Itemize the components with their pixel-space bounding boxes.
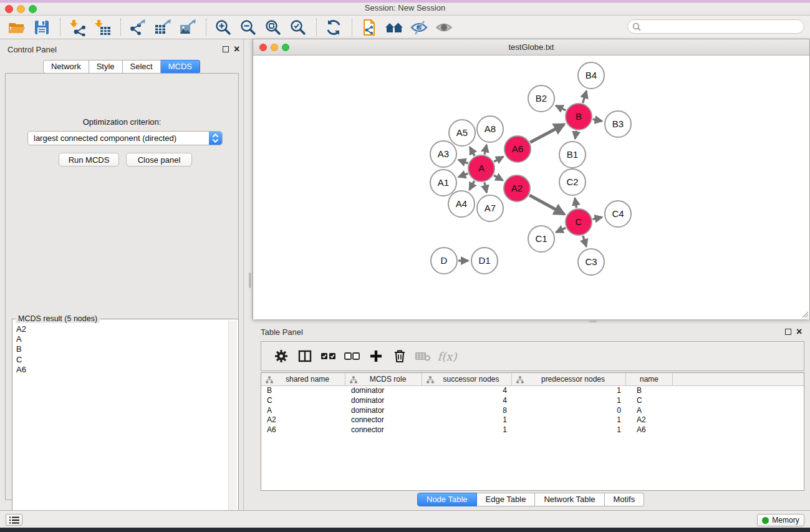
table-cell[interactable]: C <box>626 396 673 406</box>
table-row[interactable]: Cdominator41C <box>261 396 804 406</box>
refresh-button[interactable] <box>323 17 344 37</box>
graph-edge-A-A6[interactable] <box>494 157 503 162</box>
function-builder-button[interactable]: f(x) <box>436 346 458 367</box>
zoom-in-button[interactable] <box>213 17 234 37</box>
graph-edge-B-B2[interactable] <box>556 105 566 110</box>
table-cell[interactable]: 1 <box>512 415 626 425</box>
tab-style[interactable]: Style <box>89 60 123 74</box>
table-cell[interactable]: A <box>626 406 673 416</box>
graph-edge-B-B3[interactable] <box>593 119 602 121</box>
table-cell[interactable]: 1 <box>512 396 626 406</box>
tab-network[interactable]: Network <box>43 60 89 74</box>
mcds-result-item[interactable]: A2 <box>14 324 228 334</box>
graph-edge-B-B4[interactable] <box>583 91 587 103</box>
export-network-button[interactable] <box>127 17 148 37</box>
mcds-result-list[interactable]: A2ABCA6 <box>14 324 228 526</box>
close-panel-button[interactable]: Close panel <box>126 153 192 167</box>
table-cell[interactable]: dominator <box>345 386 422 396</box>
table-cell[interactable]: 4 <box>422 396 512 406</box>
graph-edge-C-C2[interactable] <box>575 198 576 208</box>
mcds-result-scrollbar[interactable] <box>228 321 237 526</box>
graph-edge-C-C1[interactable] <box>556 228 566 232</box>
graph-edge-A-A7[interactable] <box>485 182 487 192</box>
close-panel-icon[interactable]: × <box>234 46 239 53</box>
tab-edge-table[interactable]: Edge Table <box>477 493 536 506</box>
import-network-button[interactable] <box>67 17 88 37</box>
table-cell[interactable]: dominator <box>345 406 422 416</box>
table-cell[interactable]: B <box>626 386 673 396</box>
column-header-name[interactable]: name <box>626 373 673 385</box>
graph-edge-C-C4[interactable] <box>593 217 602 219</box>
resize-grip[interactable] <box>800 309 809 318</box>
search-input[interactable] <box>641 22 791 31</box>
graph-edge-A6-B[interactable] <box>530 124 564 142</box>
desktop-horizontal-scroll-thumb[interactable] <box>589 319 597 322</box>
graph-edge-A-A3[interactable] <box>458 160 468 163</box>
zoom-selected-button[interactable] <box>287 17 309 37</box>
table-cell[interactable]: 1 <box>512 425 626 435</box>
open-session-button[interactable] <box>6 17 27 37</box>
home-button[interactable] <box>383 17 405 37</box>
table-row[interactable]: A6connector11A6 <box>261 425 804 435</box>
create-column-button[interactable] <box>365 346 387 367</box>
table-cell[interactable]: 1 <box>512 386 626 396</box>
graph-edge-A2-C[interactable] <box>529 195 564 215</box>
table-cell[interactable]: A6 <box>261 425 345 435</box>
show-column-panel-button[interactable] <box>294 346 316 367</box>
select-all-columns-button[interactable] <box>317 346 340 367</box>
search-field[interactable] <box>627 19 804 34</box>
criterion-select[interactable]: largest connected component (directed) <box>27 131 223 145</box>
show-hidden-button[interactable] <box>433 17 455 37</box>
mcds-result-item[interactable]: A6 <box>14 365 228 375</box>
table-cell[interactable]: A6 <box>626 425 673 435</box>
graph-edge-A-A4[interactable] <box>470 181 475 190</box>
tab-mcds[interactable]: MCDS <box>161 60 200 74</box>
delete-table-button[interactable] <box>412 346 435 367</box>
column-header-MCDS-role[interactable]: MCDS role <box>345 373 422 385</box>
tab-node-table[interactable]: Node Table <box>417 493 477 506</box>
mcds-result-item[interactable]: B <box>14 344 228 354</box>
table-cell[interactable]: connector <box>345 415 422 425</box>
table-settings-button[interactable] <box>270 346 292 367</box>
graph-edge-B-B1[interactable] <box>575 131 576 139</box>
close-table-panel-icon[interactable]: × <box>796 328 802 336</box>
table-cell[interactable]: A2 <box>626 415 673 425</box>
table-cell[interactable]: A2 <box>261 415 345 425</box>
zoom-out-button[interactable] <box>238 17 259 37</box>
table-cell[interactable]: 0 <box>512 406 626 416</box>
table-cell[interactable]: 1 <box>422 415 512 425</box>
network-graph[interactable]: AA1A2A3A4A5A6A7A8BB1B2B3B4CC1C2C3C4DD1 <box>253 56 809 319</box>
float-panel-icon[interactable] <box>223 46 229 52</box>
graph-edge-A-A5[interactable] <box>470 147 475 156</box>
table-row[interactable]: A2connector11A2 <box>261 415 804 425</box>
delete-column-button[interactable] <box>388 346 411 367</box>
tab-select[interactable]: Select <box>123 60 161 74</box>
save-session-button[interactable] <box>31 17 52 37</box>
table-cell[interactable]: 4 <box>422 386 512 396</box>
export-table-button[interactable] <box>152 17 173 37</box>
network-window-titlebar[interactable]: testGlobe.txt <box>253 39 809 56</box>
table-row[interactable]: Adominator80A <box>261 406 804 416</box>
table-cell[interactable]: 1 <box>422 425 512 435</box>
mcds-result-item[interactable]: A <box>14 334 228 344</box>
hide-selected-button[interactable] <box>408 17 430 37</box>
table-cell[interactable]: B <box>261 386 345 396</box>
deselect-all-columns-button[interactable] <box>341 346 364 367</box>
tab-network-table[interactable]: Network Table <box>535 493 604 506</box>
export-image-button[interactable] <box>177 17 198 37</box>
task-history-button[interactable] <box>6 514 22 526</box>
graph-edge-A-A2[interactable] <box>494 175 503 180</box>
graph-edge-A-A8[interactable] <box>485 145 486 154</box>
clone-network-button[interactable] <box>359 17 380 37</box>
float-table-panel-icon[interactable] <box>785 329 791 335</box>
graph-edge-A-A1[interactable] <box>458 173 468 177</box>
table-cell[interactable]: A <box>261 406 345 416</box>
table-cell[interactable]: connector <box>345 425 422 435</box>
zoom-fit-button[interactable] <box>263 17 284 37</box>
table-row[interactable]: Bdominator41B <box>261 386 804 396</box>
run-mcds-button[interactable]: Run MCDS <box>59 153 119 167</box>
graph-edge-C-C3[interactable] <box>583 236 586 246</box>
table-cell[interactable]: 8 <box>422 406 512 416</box>
mcds-result-item[interactable]: C <box>14 355 228 365</box>
column-header-predecessor-nodes[interactable]: predecessor nodes <box>512 373 626 385</box>
